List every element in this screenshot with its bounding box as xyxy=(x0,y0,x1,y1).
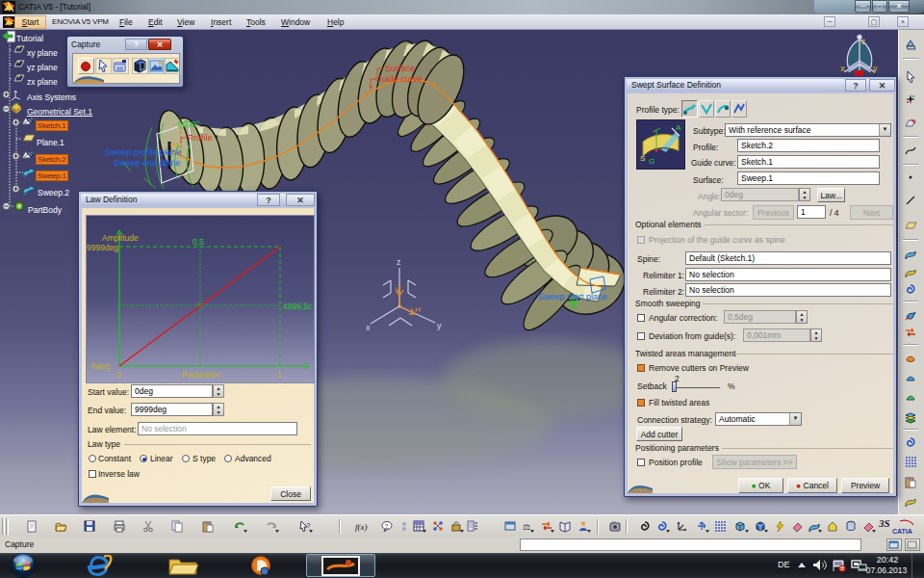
svg-text:0deg: 0deg xyxy=(91,361,110,371)
svg-text:x: x xyxy=(840,64,845,73)
svg-text:Sweep start plane: Sweep start plane xyxy=(538,292,607,302)
svg-text:H: H xyxy=(415,305,421,314)
svg-text:4999,5c: 4999,5c xyxy=(283,302,313,311)
svg-text:y: y xyxy=(437,321,442,330)
svg-text:S: S xyxy=(640,154,645,163)
svg-text:z: z xyxy=(861,37,866,46)
svg-text:Profile: Profile xyxy=(188,133,213,143)
svg-text:3S: 3S xyxy=(878,517,890,529)
svg-text:Amplitude: Amplitude xyxy=(102,233,139,243)
svg-text:0,5: 0,5 xyxy=(192,237,204,247)
svg-text:⚖: ⚖ xyxy=(523,522,530,532)
svg-text:Guide curve: Guide curve xyxy=(375,74,423,84)
svg-text:G: G xyxy=(649,157,654,166)
svg-text:z: z xyxy=(397,257,401,267)
svg-text:?: ? xyxy=(306,521,311,530)
svg-text:9999°: 9999° xyxy=(177,119,200,129)
svg-text:Surface: Surface xyxy=(385,64,415,73)
svg-text:9999deg: 9999deg xyxy=(87,243,118,252)
svg-text:P: P xyxy=(645,141,650,149)
svg-text:CATIA: CATIA xyxy=(892,528,912,535)
svg-text:0: 0 xyxy=(116,370,121,380)
svg-text:Parameter: Parameter xyxy=(182,370,220,380)
svg-text:f(x): f(x) xyxy=(355,522,368,532)
svg-text:1: 1 xyxy=(277,370,282,380)
svg-text:A: A xyxy=(676,123,681,132)
svg-text:V: V xyxy=(396,285,401,294)
svg-text:y: y xyxy=(873,64,878,73)
svg-text:x: x xyxy=(366,323,371,332)
